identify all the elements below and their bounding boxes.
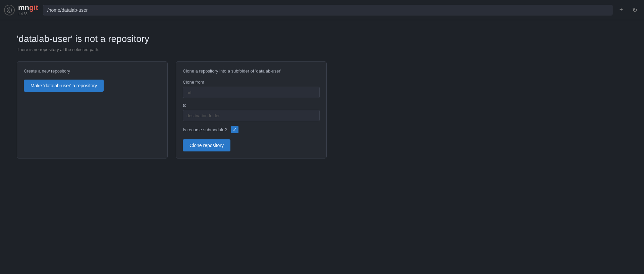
panels-row: Create a new repository Make 'datalab-us…: [17, 61, 627, 158]
recurse-submodule-row: Is recurse submodule? ✓: [183, 126, 320, 133]
clone-to-label: to: [183, 103, 320, 108]
page-subtitle: There is no repository at the selected p…: [17, 47, 627, 52]
topbar-actions: + ↻: [616, 5, 640, 15]
clone-destination-input[interactable]: [183, 110, 320, 121]
clone-to-group: to: [183, 103, 320, 121]
logo-git: git: [29, 3, 38, 12]
create-panel: Create a new repository Make 'datalab-us…: [17, 61, 168, 158]
add-button[interactable]: +: [616, 5, 627, 15]
clone-from-label: Clone from: [183, 80, 320, 85]
recurse-label: Is recurse submodule?: [183, 127, 227, 132]
app-version: 1.4.36: [18, 12, 28, 16]
clone-panel: Clone a repository into a subfolder of '…: [176, 61, 327, 158]
main-content: 'datalab-user' is not a repository There…: [0, 20, 644, 172]
recurse-checkbox[interactable]: ✓: [231, 126, 238, 133]
svg-point-0: [7, 8, 12, 12]
app-logo: mngit 1.4.36: [18, 4, 38, 16]
clone-url-input[interactable]: [183, 87, 320, 98]
clone-from-group: Clone from: [183, 80, 320, 98]
make-repository-button[interactable]: Make 'datalab-user' a repository: [24, 80, 104, 92]
clone-repository-button[interactable]: Clone repository: [183, 139, 230, 151]
clone-panel-header: Clone a repository into a subfolder of '…: [183, 68, 320, 74]
create-panel-header: Create a new repository: [24, 68, 161, 74]
topbar: mngit 1.4.36 /home/datalab-user + ↻: [0, 0, 644, 20]
page-title: 'datalab-user' is not a repository: [17, 34, 627, 44]
refresh-button[interactable]: ↻: [629, 5, 640, 15]
url-bar[interactable]: /home/datalab-user: [43, 5, 612, 15]
url-text: /home/datalab-user: [47, 7, 88, 13]
refresh-icon: ↻: [632, 6, 637, 14]
checkmark-icon: ✓: [233, 127, 237, 132]
logo-mn: mn: [18, 3, 29, 12]
plus-icon: +: [620, 6, 623, 13]
back-button[interactable]: [4, 5, 15, 15]
